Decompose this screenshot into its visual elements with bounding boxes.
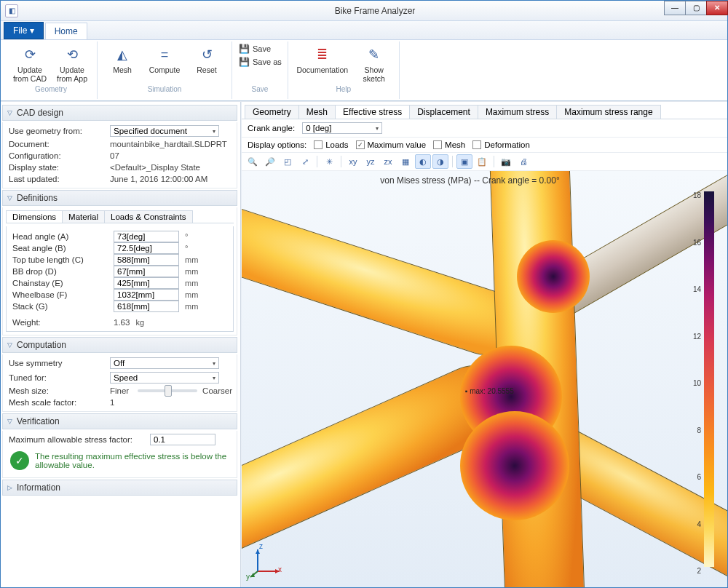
dim-input-6[interactable]: 618[mm]	[114, 301, 179, 312]
zoom-in-icon[interactable]: 🔍	[245, 154, 261, 169]
sketch-icon: ✎	[365, 45, 384, 64]
view-transparency-icon[interactable]: ◑	[432, 154, 448, 169]
dim-input-1[interactable]: 72.5[deg]	[114, 242, 179, 254]
view-zx-icon[interactable]: zx	[380, 154, 396, 169]
dim-input-0[interactable]: 73[deg]	[114, 231, 179, 242]
deformation-checkbox[interactable]: Deformation	[472, 140, 530, 149]
viewer-tab-effective-stress[interactable]: Effective stress	[335, 105, 410, 119]
crank-angle-label: Crank angle:	[248, 124, 295, 132]
documentation-button[interactable]: ≣Documentation	[294, 43, 351, 87]
top-tube	[242, 175, 526, 364]
zoom-extents-icon[interactable]: ⤢	[297, 154, 313, 169]
mesh-scale-value: 1	[110, 398, 114, 407]
save-button[interactable]: 💾Save	[238, 43, 282, 55]
clipboard-icon[interactable]: 📋	[474, 154, 490, 169]
dim-unit: mm	[185, 302, 204, 311]
dim-input-2[interactable]: 588[mm]	[114, 254, 179, 266]
reset-button[interactable]: ↺Reset	[188, 43, 226, 87]
dim-unit: mm	[185, 267, 204, 276]
max-value-checkbox[interactable]: ✓Maximum value	[356, 140, 427, 149]
dim-label: Head angle (A)	[12, 232, 111, 241]
viewer-tab-displacement[interactable]: Displacement	[409, 105, 478, 119]
print-icon[interactable]: 🖨	[515, 154, 531, 169]
configuration-label: Configuration:	[9, 151, 107, 160]
zoom-box-icon[interactable]: ◰	[280, 154, 296, 169]
use-symmetry-dropdown[interactable]: Off▾	[110, 357, 219, 369]
weight-label: Weight:	[12, 318, 111, 327]
loads-checkbox[interactable]: Loads	[314, 140, 348, 149]
tab-home[interactable]: Home	[45, 23, 87, 39]
tab-loads-constraints[interactable]: Loads & Constraints	[104, 210, 193, 223]
select-icon[interactable]: ▣	[456, 154, 472, 169]
window-title: Bike Frame Analyzer	[23, 6, 727, 16]
tuned-for-label: Tuned for:	[9, 373, 107, 382]
seat-tube	[487, 171, 586, 587]
rotate-icon[interactable]: ✳	[321, 154, 337, 169]
save-as-button[interactable]: 💾Save as	[238, 56, 282, 68]
dim-label: Seat angle (B)	[12, 244, 111, 253]
view-xy-icon[interactable]: xy	[345, 154, 361, 169]
dim-label: Wheelbase (F)	[12, 290, 111, 299]
max-stress-factor-input[interactable]: 0.1	[150, 434, 215, 445]
max-annotation: ▪ max: 20.5555	[465, 387, 514, 395]
group-label-simulation: Simulation	[148, 85, 182, 93]
compute-icon: =	[155, 45, 174, 64]
viewer-tab-geometry[interactable]: Geometry	[245, 105, 299, 119]
section-computation[interactable]: ▽Computation	[2, 337, 237, 353]
mesh-button[interactable]: ◭Mesh	[103, 43, 141, 87]
tab-material[interactable]: Material	[62, 210, 105, 223]
viewer-tab-maximum-stress-range[interactable]: Maximum stress range	[556, 105, 660, 119]
view-yz-icon[interactable]: yz	[363, 154, 379, 169]
dim-input-3[interactable]: 67[mm]	[114, 266, 179, 277]
dim-label: Top tube length (C)	[12, 255, 111, 264]
dim-unit: mm	[185, 279, 204, 287]
viewer-tab-maximum-stress[interactable]: Maximum stress	[478, 105, 557, 119]
tab-dimensions[interactable]: Dimensions	[6, 210, 63, 223]
document-value: mountainbike_hardtail.SLDPRT	[110, 140, 227, 148]
display-options-label: Display options:	[248, 140, 306, 149]
dim-unit: °	[185, 232, 204, 241]
section-definitions[interactable]: ▽Definitions	[2, 190, 237, 206]
colorbar-tick: 8	[697, 426, 701, 434]
zoom-out-icon[interactable]: 🔎	[262, 154, 278, 169]
dim-input-4[interactable]: 425[mm]	[114, 277, 179, 289]
view-scene-light-icon[interactable]: ◐	[415, 154, 431, 169]
tuned-for-dropdown[interactable]: Speed▾	[110, 372, 219, 384]
dim-unit: °	[185, 244, 204, 253]
show-sketch-button[interactable]: ✎Show sketch	[355, 43, 393, 87]
last-updated-label: Last updated:	[9, 175, 107, 183]
close-button[interactable]: ✕	[706, 1, 728, 15]
mesh-scale-label: Mesh scale factor:	[9, 398, 107, 407]
mesh-size-slider[interactable]	[138, 389, 197, 392]
minimize-button[interactable]: —	[664, 1, 686, 15]
use-geometry-dropdown[interactable]: Specified document▾	[110, 125, 219, 137]
compute-button[interactable]: =Compute	[146, 43, 183, 87]
update-from-cad-button[interactable]: ⟳Update from CAD	[11, 43, 49, 87]
dim-input-5[interactable]: 1032[mm]	[114, 289, 179, 301]
dim-unit: mm	[185, 290, 204, 299]
use-geometry-from-label: Use geometry from:	[9, 127, 107, 135]
view-grid-icon[interactable]: ▦	[397, 154, 414, 169]
use-symmetry-label: Use symmetry	[9, 359, 107, 368]
graphics-canvas[interactable]: von Mises stress (MPa) -- Crank angle = …	[242, 171, 727, 587]
section-information[interactable]: ▷Information	[2, 480, 237, 496]
graphics-toolbar: 🔍 🔎 ◰ ⤢ ✳ xy yz zx ▦ ◐ ◑ ▣ 📋 📷 🖨	[242, 153, 727, 171]
maximize-button[interactable]: ▢	[685, 1, 707, 15]
dim-unit: mm	[185, 255, 204, 264]
update-from-app-button[interactable]: ⟲Update from App	[53, 43, 91, 87]
group-label-save: Save	[251, 85, 268, 93]
snapshot-icon[interactable]: 📷	[498, 154, 514, 169]
display-state-value: <Default>_Display State	[110, 163, 200, 172]
colorbar-tick: 2	[697, 567, 701, 575]
crank-angle-dropdown[interactable]: 0 [deg]▾	[302, 122, 382, 134]
app-icon: ◧	[5, 4, 18, 17]
section-cad-design[interactable]: ▽CAD design	[2, 105, 237, 121]
section-verification[interactable]: ▽Verification	[2, 413, 237, 429]
group-label-geometry: Geometry	[35, 85, 67, 93]
file-menu[interactable]: File ▾	[4, 22, 44, 39]
ribbon: ⟳Update from CAD ⟲Update from App Geomet…	[1, 40, 727, 101]
max-stress-factor-label: Maximum allowable stress factor:	[9, 435, 147, 444]
mesh-checkbox[interactable]: Mesh	[433, 140, 465, 149]
save-as-icon: 💾	[238, 56, 250, 68]
viewer-tab-mesh[interactable]: Mesh	[298, 105, 336, 119]
